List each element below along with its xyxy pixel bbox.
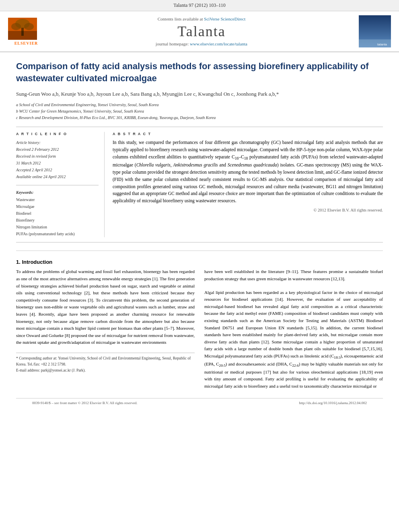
homepage-link[interactable]: www.elsevier.com/locate/talanta <box>190 41 247 46</box>
intro-two-col: To address the problems of global warmin… <box>16 268 383 390</box>
elsevier-logo: ELSEVIER <box>8 18 44 45</box>
divider-keywords <box>16 185 99 185</box>
intro-section-title: 1. Introduction <box>16 259 383 265</box>
accepted-date: Accepted 2 April 2012 <box>16 166 99 173</box>
elsevier-text-label: ELSEVIER <box>8 41 44 45</box>
abstract-text: In this study, we compared the performan… <box>113 139 383 205</box>
bottom-bar: 0039-9140/$ – see front matter © 2012 El… <box>16 398 383 407</box>
svg-point-4 <box>24 23 34 30</box>
keyword-6: PUFAs (polyunsaturated fatty acids) <box>16 230 99 237</box>
abstract-col: A B S T R A C T In this study, we compar… <box>113 132 383 237</box>
introduction-section: 1. Introduction To address the problems … <box>16 251 383 390</box>
intro-paragraph-2: have been well established in the litera… <box>204 268 383 282</box>
paper-title: Comparison of fatty acid analysis method… <box>16 60 383 84</box>
svg-text:talanta: talanta <box>377 43 387 46</box>
doi-link: http://dx.doi.org/10.1016/j.talanta.2012… <box>299 401 367 405</box>
article-history: Article history: Received 2 February 201… <box>16 139 99 180</box>
paper-body: Comparison of fatty acid analysis method… <box>0 52 399 419</box>
email-note: E-mail address: parkj@yonsei.ac.kr (J. P… <box>16 368 195 374</box>
journal-homepage: journal homepage: www.elsevier.com/locat… <box>44 41 359 46</box>
journal-ref-text: Talanta 97 (2012) 103–110 <box>173 2 226 8</box>
revised-date: 31 March 2012 <box>16 160 99 166</box>
divider-intro <box>16 242 383 242</box>
keywords-list: Wastewater Microalgae Biodiesel Biorefin… <box>16 196 99 237</box>
affiliations: a School of Civil and Environmental Engi… <box>16 102 383 121</box>
affiliation-b: b WCU Center for Green Metagenomics, Yon… <box>16 108 383 115</box>
article-info-header: A R T I C L E I N F O <box>16 132 99 136</box>
talanta-cover-image: talanta <box>359 15 391 47</box>
abstract-copyright: © 2012 Elsevier B.V. All rights reserved… <box>113 208 383 212</box>
keyword-3: Biodiesel <box>16 210 99 217</box>
abstract-header: A B S T R A C T <box>113 132 383 136</box>
svg-point-3 <box>11 23 21 30</box>
elsevier-tree-icon <box>8 18 37 40</box>
sciverse-link[interactable]: SciVerse ScienceDirect <box>204 16 245 21</box>
journal-reference-bar: Talanta 97 (2012) 103–110 <box>0 0 399 11</box>
affiliation-c: c Research and Development Division, H-P… <box>16 115 383 121</box>
journal-name: Talanta <box>44 23 359 40</box>
keyword-4: Biorefinery <box>16 217 99 224</box>
received-date: Received 2 February 2012 <box>16 146 99 153</box>
available-online: Available online 24 April 2012 <box>16 173 99 180</box>
intro-right-col: have been well established in the litera… <box>204 268 383 390</box>
intro-paragraph-3: Algal lipid production has been regarded… <box>204 289 383 390</box>
issn-copyright: 0039-9140/$ – see front matter © 2012 El… <box>32 401 138 405</box>
svg-rect-2 <box>21 28 24 36</box>
intro-left-col: To address the problems of global warmin… <box>16 268 195 390</box>
talanta-thumbnail: talanta <box>359 15 391 47</box>
article-info-col: A R T I C L E I N F O Article history: R… <box>16 132 105 237</box>
keyword-1: Wastewater <box>16 196 99 203</box>
intro-paragraph-1: To address the problems of global warmin… <box>16 268 195 346</box>
keyword-5: Nitrogen limitation <box>16 224 99 230</box>
affiliation-a: a School of Civil and Environmental Engi… <box>16 102 383 108</box>
elsevier-logo-image <box>8 18 37 40</box>
received-revised-label: Received in revised form <box>16 153 99 160</box>
footnote-section: * Corresponding author at: Yonsei Univer… <box>16 353 195 374</box>
keywords-section: Keywords: Wastewater Microalgae Biodiese… <box>16 190 99 237</box>
authors-line: Sung-Geun Woo a,b, Keunje Yoo a,b, Juyou… <box>16 90 383 99</box>
keyword-2: Microalgae <box>16 203 99 210</box>
contents-available-text: Contents lists available at SciVerse Sci… <box>44 16 359 21</box>
corresponding-author-note: * Corresponding author at: Yonsei Univer… <box>16 355 195 368</box>
journal-header: ELSEVIER Contents lists available at Sci… <box>0 11 399 52</box>
journal-title-block: Contents lists available at SciVerse Sci… <box>44 16 359 46</box>
keywords-label: Keywords: <box>16 190 99 195</box>
article-info-abstract-cols: A R T I C L E I N F O Article history: R… <box>16 132 383 237</box>
divider-after-affiliations <box>16 127 383 127</box>
page: Talanta 97 (2012) 103–110 ELSEVIER Conte… <box>0 0 399 532</box>
history-label: Article history: <box>16 139 99 146</box>
